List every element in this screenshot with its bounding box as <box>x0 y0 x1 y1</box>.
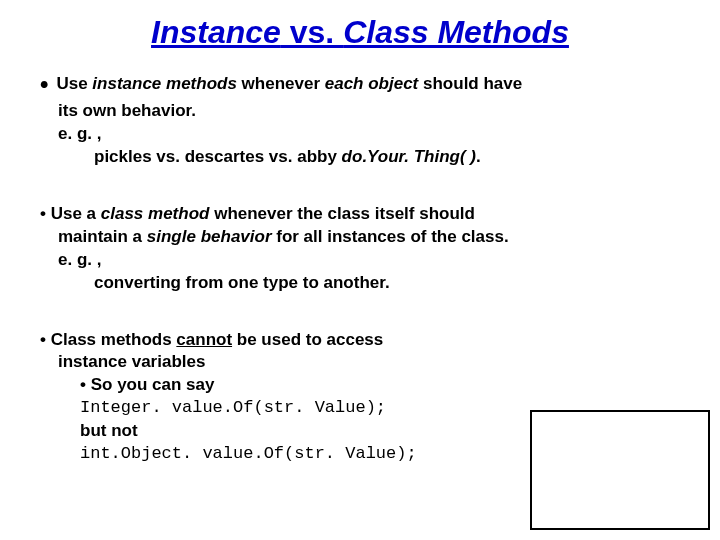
text-italic: each object <box>325 74 419 93</box>
bullet-2-line2: maintain a single behavior for all insta… <box>40 226 680 249</box>
bullet-1-text: Use instance methods whenever each objec… <box>56 73 522 96</box>
text: pickles vs. descartes vs. abby <box>94 147 342 166</box>
bullet-1: • Use instance methods whenever each obj… <box>40 73 680 169</box>
text: So you can say <box>91 375 215 394</box>
bullet-icon: • <box>40 330 51 349</box>
bullet-2-example: converting from one type to another. <box>40 272 680 295</box>
text: Use a <box>51 204 101 223</box>
text: Use <box>56 74 92 93</box>
text-italic: do.Your. Thing( ) <box>342 147 476 166</box>
text: whenever <box>237 74 325 93</box>
bullet-2: • Use a class method whenever the class … <box>40 203 680 295</box>
bullet-icon: • <box>80 375 91 394</box>
text-italic: class method <box>101 204 210 223</box>
bullet-1-line2: its own behavior. <box>40 100 680 123</box>
empty-box <box>530 410 710 530</box>
slide-body: • Use instance methods whenever each obj… <box>0 61 720 466</box>
text-italic: single behavior <box>147 227 272 246</box>
bullet-3-line1: • Class methods cannot be used to access <box>40 329 680 352</box>
text-italic: instance methods <box>92 74 237 93</box>
text: be used to access <box>232 330 383 349</box>
bullet-1-example: pickles vs. descartes vs. abby do.Your. … <box>40 146 680 169</box>
bullet-2-line1: • Use a class method whenever the class … <box>40 203 680 226</box>
text: maintain a <box>58 227 147 246</box>
text-underline: cannot <box>176 330 232 349</box>
title-instance: Instance <box>151 14 281 50</box>
bullet-icon: • <box>40 204 51 223</box>
bullet-icon: • <box>40 73 48 95</box>
title-vs: vs. <box>281 14 343 50</box>
text: should have <box>418 74 522 93</box>
slide-title: Instance vs. Class Methods <box>0 0 720 61</box>
bullet-1-eg: e. g. , <box>40 123 680 146</box>
bullet-2-eg: e. g. , <box>40 249 680 272</box>
text: whenever the class itself should <box>209 204 474 223</box>
bullet-3-line2: instance variables <box>40 351 680 374</box>
text: for all instances of the class. <box>272 227 509 246</box>
text: Class methods <box>51 330 177 349</box>
text: . <box>476 147 481 166</box>
title-class-methods: Class Methods <box>343 14 569 50</box>
bullet-3-so: • So you can say <box>40 374 680 397</box>
